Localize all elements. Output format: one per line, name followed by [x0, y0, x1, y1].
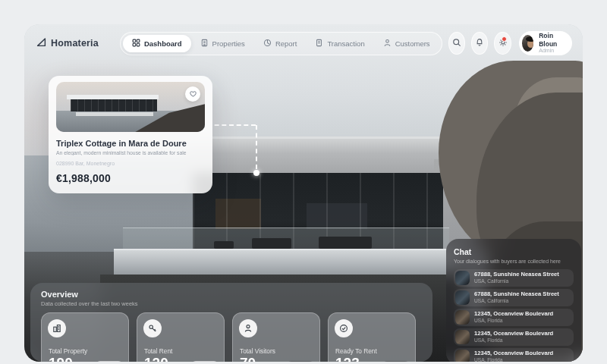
- tab-transaction[interactable]: Transaction: [306, 35, 373, 52]
- dashboard-grid-icon: [132, 39, 140, 49]
- tab-label: Report: [275, 39, 297, 48]
- tab-dashboard[interactable]: Dashboard: [123, 35, 191, 52]
- report-pie-icon: [263, 39, 272, 49]
- tab-customers[interactable]: Customers: [374, 35, 439, 52]
- chat-item-thumbnail: [455, 290, 470, 305]
- nav-tabs: Dashboard Properties Report Transaction: [120, 32, 442, 55]
- user-name: Roin Bloun: [539, 32, 563, 48]
- bell-icon: [475, 36, 484, 50]
- property-card[interactable]: Triplex Cottage in Mara de Doure An eleg…: [49, 76, 212, 193]
- heart-icon: [189, 87, 197, 101]
- tab-label: Properties: [212, 39, 245, 48]
- chat-item[interactable]: 67888, Sunshine Neasea Street USA, Calif…: [454, 269, 574, 287]
- notification-dot: [502, 36, 507, 42]
- change-badge: 2.3%: [382, 361, 410, 362]
- avatar: [522, 35, 533, 52]
- chat-item[interactable]: 12345, Oceanview Boulevard USA, Florida: [454, 348, 574, 362]
- notifications-button[interactable]: [471, 32, 488, 55]
- visitors-person-icon: [239, 319, 257, 337]
- photo-terrace: [114, 249, 457, 278]
- stats-row: Total Property 190 6.3% Total Rent 120: [41, 312, 422, 362]
- chat-item-thumbnail: [455, 271, 470, 285]
- stat-card-total-property[interactable]: Total Property 190 6.3%: [41, 312, 129, 362]
- search-button[interactable]: [448, 32, 465, 55]
- properties-building-icon: [200, 39, 209, 49]
- chat-title: Chat: [454, 247, 574, 256]
- tab-report[interactable]: Report: [254, 35, 307, 52]
- stat-card-ready-to-rent[interactable]: Ready To Rent 123 2.3%: [328, 312, 416, 362]
- property-photo: [56, 82, 205, 132]
- change-badge: 6.3%: [96, 361, 123, 362]
- chat-subtitle: Your dialogues with buyers are collected…: [454, 259, 574, 264]
- dashboard-canvas: Homateria Dashboard Properties Report: [24, 24, 583, 362]
- key-icon: [143, 319, 162, 337]
- settings-button[interactable]: [494, 32, 511, 55]
- top-navigation-bar: Homateria Dashboard Properties Report: [36, 30, 572, 56]
- chat-item-thumbnail: [455, 350, 470, 362]
- transaction-receipt-icon: [315, 39, 323, 49]
- chat-item-thumbnail: [455, 310, 470, 325]
- ready-check-icon: [335, 319, 353, 337]
- chat-item[interactable]: 12345, Oceanview Boulevard USA, Florida: [454, 309, 574, 326]
- customers-person-icon: [383, 39, 392, 49]
- stat-card-total-visitors[interactable]: Total Visitors 70 2.3%: [232, 312, 320, 362]
- tab-label: Dashboard: [144, 39, 182, 48]
- property-price: €1,988,000: [56, 172, 205, 184]
- overview-subtitle: Data collected over the last two weeks: [41, 300, 422, 307]
- brand-logo-icon: [36, 37, 46, 49]
- property-title: Triplex Cottage in Mara de Doure: [56, 139, 205, 148]
- tab-properties[interactable]: Properties: [191, 35, 254, 52]
- building-icon: [48, 319, 66, 337]
- user-role: Admin: [539, 48, 563, 54]
- stat-card-total-rent[interactable]: Total Rent 120 4.0%: [137, 312, 225, 362]
- user-menu[interactable]: Roin Bloun Admin: [519, 31, 572, 55]
- change-badge: 2.3%: [287, 361, 314, 362]
- change-badge: 4.0%: [191, 361, 219, 362]
- chat-panel: Chat Your dialogues with buyers are coll…: [446, 239, 581, 362]
- chat-item[interactable]: 12345, Oceanview Boulevard USA, Florida: [454, 328, 574, 346]
- chat-list: 67888, Sunshine Neasea Street USA, Calif…: [454, 269, 574, 362]
- chat-item-thumbnail: [455, 330, 470, 344]
- tab-label: Customers: [395, 39, 430, 48]
- property-location: 028990 Bar, Monetnegro: [56, 161, 205, 166]
- overview-panel: Overview Data collected over the last tw…: [30, 283, 432, 362]
- search-icon: [452, 36, 461, 50]
- brand-name: Homateria: [51, 38, 99, 49]
- brand-logo[interactable]: Homateria: [36, 37, 99, 49]
- property-description: An elegant, modern minimalist house is a…: [56, 150, 205, 155]
- chat-item[interactable]: 67888, Sunshine Neasea Street USA, Calif…: [454, 289, 574, 306]
- overview-title: Overview: [41, 290, 422, 299]
- favorite-button[interactable]: [185, 86, 200, 102]
- tab-label: Transaction: [327, 39, 364, 48]
